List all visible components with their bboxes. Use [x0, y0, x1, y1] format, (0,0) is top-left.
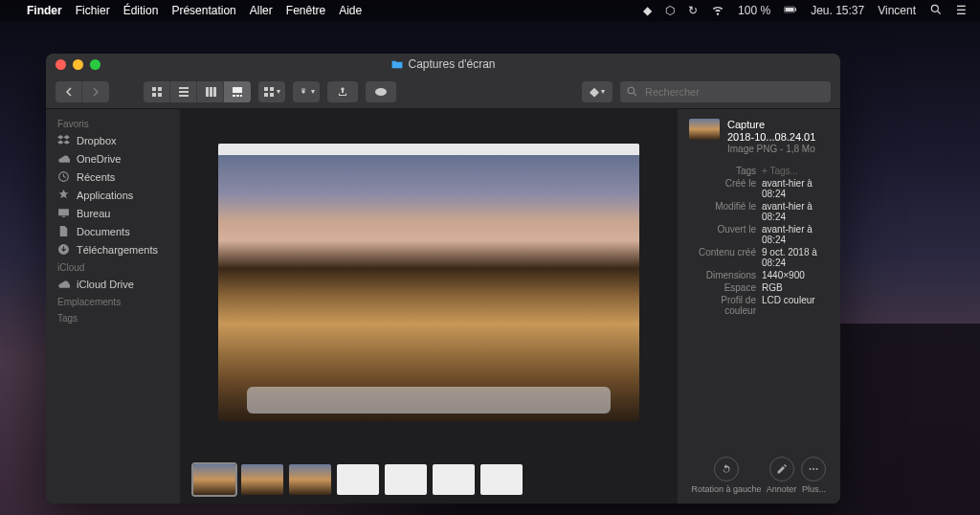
sidebar-item-icloud-drive[interactable]: iCloud Drive — [46, 275, 180, 293]
svg-point-33 — [816, 468, 818, 470]
svg-rect-2 — [795, 8, 796, 11]
meta-label-created: Créé le — [689, 178, 756, 199]
view-mode — [144, 81, 251, 102]
action-button[interactable]: ▾ — [293, 81, 320, 102]
status-icon[interactable]: ⬡ — [665, 4, 675, 17]
menu-file[interactable]: Fichier — [76, 4, 110, 17]
svg-rect-21 — [264, 93, 268, 97]
meta-value-opened: avant-hier à 08:24 — [762, 224, 829, 245]
search-icon — [626, 85, 638, 98]
window-title: Captures d'écran — [408, 57, 495, 71]
thumbnail[interactable] — [193, 464, 235, 495]
list-view-button[interactable] — [170, 81, 197, 102]
sidebar-group-favorites: Favoris — [46, 115, 180, 131]
gallery-view-button[interactable] — [224, 81, 251, 102]
svg-rect-16 — [233, 95, 235, 97]
sidebar-item-recents[interactable]: Récents — [46, 168, 180, 186]
preview-image[interactable] — [218, 144, 639, 421]
dropbox-toolbar-button[interactable]: ◆▾ — [582, 81, 612, 102]
battery-text: 100 % — [738, 4, 770, 17]
folder-icon — [390, 58, 403, 71]
svg-line-4 — [938, 11, 941, 13]
sidebar-group-icloud: iCloud — [46, 258, 180, 275]
svg-rect-1 — [786, 8, 794, 11]
updates-icon[interactable]: ↻ — [688, 4, 698, 17]
notification-center-icon[interactable]: ☰ — [956, 4, 967, 17]
back-button[interactable] — [56, 81, 82, 102]
more-button[interactable]: Plus... — [801, 457, 826, 494]
sidebar-item-desktop[interactable]: Bureau — [46, 204, 180, 222]
menu-view[interactable]: Présentation — [171, 4, 235, 17]
svg-rect-19 — [264, 87, 268, 91]
sidebar-item-dropbox[interactable]: Dropbox — [46, 131, 180, 149]
more-label: Plus... — [802, 484, 826, 494]
menu-edit[interactable]: Édition — [123, 4, 159, 17]
sidebar-item-onedrive[interactable]: OneDrive — [46, 149, 180, 168]
menu-window[interactable]: Fenêtre — [286, 4, 325, 17]
sidebar-item-documents[interactable]: Documents — [46, 222, 180, 240]
meta-label-modified: Modifié le — [689, 201, 756, 222]
action-dropdown: ▾ — [293, 81, 320, 102]
sidebar-item-applications[interactable]: Applications — [46, 186, 180, 204]
finder-window: Captures d'écran ▾ ▾ ◆▾ Favo — [46, 54, 840, 504]
thumbnail[interactable] — [385, 464, 427, 495]
menu-go[interactable]: Aller — [250, 4, 273, 17]
titlebar[interactable]: Captures d'écran — [46, 54, 840, 75]
file-thumbnail — [689, 119, 720, 140]
dropbox-status-icon[interactable]: ◆ — [643, 4, 652, 17]
svg-rect-18 — [240, 95, 242, 97]
thumbnail[interactable] — [241, 464, 283, 495]
annotate-button[interactable]: Annoter — [767, 457, 797, 494]
meta-label-opened: Ouvert le — [689, 224, 756, 245]
sidebar-group-locations: Emplacements — [46, 293, 180, 309]
meta-value-tags[interactable]: + Tags... — [762, 166, 829, 176]
meta-value-colorspace: RGB — [762, 282, 829, 293]
clock[interactable]: Jeu. 15:37 — [811, 4, 864, 17]
file-name-line2: 2018-10...08.24.01 — [727, 131, 815, 144]
thumbnail[interactable] — [480, 464, 523, 495]
svg-rect-13 — [210, 87, 212, 97]
app-menu[interactable]: Finder — [27, 4, 62, 17]
file-kind: Image PNG - 1,8 Mo — [727, 144, 815, 154]
wifi-icon[interactable] — [711, 3, 724, 19]
thumbnail[interactable] — [433, 464, 475, 495]
forward-button[interactable] — [82, 81, 109, 102]
svg-rect-10 — [179, 91, 189, 93]
svg-rect-14 — [213, 87, 216, 97]
battery-icon[interactable] — [784, 3, 797, 19]
column-view-button[interactable] — [197, 81, 224, 102]
meta-value-created: avant-hier à 08:24 — [762, 178, 829, 199]
rotate-left-label: Rotation à gauche — [692, 484, 762, 494]
close-button[interactable] — [56, 59, 66, 70]
toolbar: ▾ ▾ ◆▾ — [46, 75, 840, 109]
arrange-button[interactable]: ▾ — [258, 81, 285, 102]
tags-button[interactable] — [366, 81, 396, 102]
svg-point-25 — [628, 87, 635, 94]
fullscreen-button[interactable] — [90, 59, 100, 70]
svg-point-31 — [810, 468, 812, 470]
meta-label-content-created: Contenu créé — [689, 247, 756, 268]
svg-rect-6 — [158, 87, 162, 91]
thumbnail[interactable] — [337, 464, 379, 495]
sidebar-group-tags: Tags — [46, 309, 180, 325]
arrange-dropdown: ▾ — [258, 81, 285, 102]
svg-rect-28 — [58, 209, 69, 215]
spotlight-icon[interactable] — [929, 3, 943, 19]
thumbnail[interactable] — [289, 464, 331, 495]
meta-label-dimensions: Dimensions — [689, 270, 756, 280]
svg-point-24 — [375, 88, 387, 96]
minimize-button[interactable] — [73, 59, 83, 70]
svg-rect-29 — [62, 216, 65, 217]
thumbnail-strip — [180, 456, 678, 504]
search-input[interactable] — [620, 81, 831, 102]
menu-help[interactable]: Aide — [339, 4, 362, 17]
file-name-line1: Capture — [727, 119, 815, 131]
sidebar: Favoris Dropbox OneDrive Récents Applica… — [46, 109, 180, 504]
user-name[interactable]: Vincent — [878, 4, 916, 17]
svg-rect-5 — [152, 87, 156, 91]
icon-view-button[interactable] — [144, 81, 170, 102]
meta-value-dimensions: 1440×900 — [762, 270, 829, 280]
rotate-left-button[interactable]: Rotation à gauche — [692, 457, 762, 494]
sidebar-item-downloads[interactable]: Téléchargements — [46, 240, 180, 258]
share-button[interactable] — [327, 81, 358, 102]
